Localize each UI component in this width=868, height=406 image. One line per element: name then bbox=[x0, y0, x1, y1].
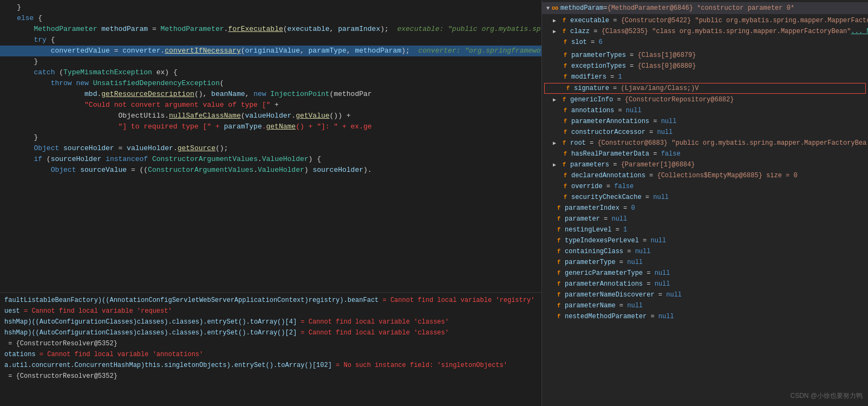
field-type-icon: f bbox=[562, 173, 569, 179]
field-name: securityCheckCache bbox=[571, 194, 642, 201]
field-eq: = bbox=[623, 248, 635, 255]
code-line: MethodParameter methodParam = MethodPara… bbox=[0, 24, 541, 35]
console-line: hshMap)((AutoConfigurationClasses)classe… bbox=[0, 317, 541, 327]
field-type-icon: f bbox=[555, 314, 563, 320]
debug-variable-row: fsecurityCheckCache = null bbox=[542, 192, 868, 203]
field-val: null bbox=[627, 302, 643, 310]
field-name: nestedMethodParameter bbox=[565, 313, 647, 320]
field-name: parameter bbox=[565, 215, 600, 223]
code-line: else { bbox=[0, 13, 541, 24]
debug-variable-row: fparameterType = null bbox=[542, 257, 868, 268]
expand-icon bbox=[553, 130, 559, 136]
expand-icon bbox=[553, 63, 559, 69]
field-type-icon: f bbox=[555, 303, 563, 309]
field-type-icon: f bbox=[562, 195, 569, 201]
field-eq: = bbox=[626, 51, 638, 59]
expand-icon bbox=[553, 74, 559, 80]
debug-variable-row: fexceptionTypes = {Class[0]@6880} bbox=[542, 61, 868, 72]
console-line: = {ConstructorResolver@5352} bbox=[0, 338, 541, 349]
debug-variable-row: fparameterIndex = 0 bbox=[542, 203, 868, 214]
field-eq: = bbox=[639, 237, 651, 244]
debug-variable-row: fcontainingClass = null bbox=[542, 246, 868, 257]
watermark: CSDN @小徐也要努力鸭 bbox=[790, 391, 863, 401]
expand-icon[interactable]: ▼ bbox=[546, 5, 550, 11]
code-line: catch (TypeMismatchException ex) { bbox=[0, 67, 541, 78]
expand-icon bbox=[546, 260, 553, 266]
field-name: parameterType bbox=[565, 259, 616, 266]
expand-icon[interactable]: ▶ bbox=[553, 140, 558, 146]
console-line: uest = Cannot find local variable 'reque… bbox=[0, 306, 541, 317]
debug-variable-row: ▶fgenericInfo = {ConstructorRepository@6… bbox=[542, 94, 868, 105]
debug-variable-row: fannotations = null bbox=[542, 105, 868, 116]
field-val: {ConstructorRepository@6882} bbox=[625, 96, 734, 104]
field-name: root bbox=[570, 139, 586, 147]
field-eq: = bbox=[609, 85, 621, 92]
code-line: if (sourceHolder instanceof ConstructorA… bbox=[0, 154, 541, 165]
field-val: null bbox=[611, 215, 627, 223]
console-line: faultListableBeanFactory)((AnnotationCon… bbox=[0, 295, 541, 306]
expand-icon bbox=[546, 205, 553, 211]
field-eq: = bbox=[647, 313, 658, 320]
nav-link[interactable]: ... Nav bbox=[851, 28, 869, 35]
expand-icon bbox=[553, 151, 559, 157]
type-oo: oo bbox=[552, 5, 558, 11]
code-line: throw new UnsatisfiedDependencyException… bbox=[0, 78, 541, 89]
field-name: parameterIndex bbox=[565, 204, 619, 212]
field-val: null bbox=[653, 194, 669, 201]
expand-icon[interactable]: ▶ bbox=[553, 96, 558, 103]
field-name: slot bbox=[571, 38, 587, 46]
code-editor[interactable]: } else { MethodParameter methodParam = M… bbox=[0, 0, 541, 292]
field-name: parameterNameDiscoverer bbox=[565, 291, 655, 299]
expand-icon bbox=[553, 108, 559, 114]
field-type-icon: f bbox=[560, 140, 568, 146]
expand-icon bbox=[546, 281, 553, 287]
field-name: containingClass bbox=[565, 248, 623, 255]
field-name: nestingLevel bbox=[565, 226, 611, 234]
field-type-icon: f bbox=[555, 227, 563, 233]
expand-icon bbox=[546, 292, 553, 298]
field-val: null bbox=[666, 291, 682, 299]
debug-variable-row: fslot = 6 bbox=[542, 37, 868, 48]
debug-console: faultListableBeanFactory)((AnnotationCon… bbox=[0, 292, 541, 406]
debug-variable-row: fnestedMethodParameter = null bbox=[542, 311, 868, 322]
field-type-icon: f bbox=[562, 119, 569, 125]
field-val: false bbox=[661, 150, 681, 158]
debug-variable-row: fgenericParameterType = null bbox=[542, 268, 868, 279]
expand-icon[interactable]: ▶ bbox=[553, 162, 558, 168]
expand-icon bbox=[546, 314, 553, 320]
field-val: false bbox=[614, 183, 634, 190]
expand-icon[interactable]: ▶ bbox=[553, 17, 558, 24]
field-name: hasRealParameterData bbox=[571, 150, 649, 158]
debug-variables-panel[interactable]: ▼oomethodParam = {MethodParameter@6846} … bbox=[541, 0, 868, 406]
field-val: 1 bbox=[618, 73, 622, 81]
inline-comment: converter: "org.springframework.beans.Be bbox=[410, 46, 541, 56]
field-val: null bbox=[650, 237, 666, 244]
debug-variable-row: fdeclaredAnnotations = {Collections$Empt… bbox=[542, 170, 868, 181]
field-val: {Class[0]@6880} bbox=[637, 62, 696, 70]
field-type-icon: f bbox=[564, 86, 572, 92]
field-val: {Parameter[1]@6884} bbox=[621, 161, 695, 169]
field-val: null bbox=[635, 248, 651, 255]
field-val: 1 bbox=[623, 226, 627, 234]
field-eq: = bbox=[614, 107, 626, 114]
field-eq: = bbox=[619, 204, 631, 212]
field-val: 6 bbox=[598, 38, 602, 46]
debug-variable-row: fparameterName = null bbox=[542, 300, 868, 311]
field-type-icon: f bbox=[560, 29, 568, 35]
field-name: parameterTypes bbox=[571, 51, 626, 59]
debug-variable-row: fparameter = null bbox=[542, 214, 868, 224]
field-eq: = bbox=[613, 96, 625, 104]
debug-header[interactable]: ▼oomethodParam = {MethodParameter@6846} … bbox=[542, 2, 868, 14]
field-eq: = bbox=[587, 38, 599, 46]
field-eq: = bbox=[655, 291, 667, 299]
field-name: constructorAccessor bbox=[571, 128, 645, 136]
expand-icon bbox=[556, 86, 562, 92]
code-line: } bbox=[0, 132, 541, 143]
field-type-icon: f bbox=[555, 216, 563, 222]
expand-icon bbox=[553, 119, 559, 125]
debug-variable-row: ▶fparameters = {Parameter[1]@6884} bbox=[542, 159, 868, 170]
field-val: {Collections$EmptyMap@6885} size = 0 bbox=[657, 172, 797, 179]
expand-icon[interactable]: ▶ bbox=[553, 28, 558, 35]
field-type-icon: f bbox=[562, 40, 569, 46]
field-type-icon: f bbox=[560, 18, 568, 24]
